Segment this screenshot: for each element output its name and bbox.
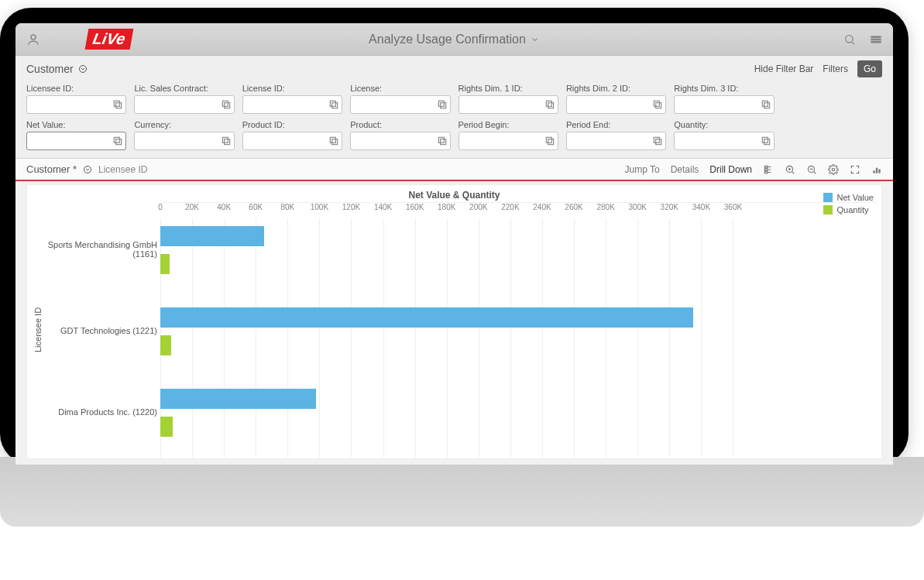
value-help-icon[interactable]: [328, 99, 339, 110]
svg-point-0: [31, 35, 36, 39]
filter-input[interactable]: [350, 132, 450, 150]
details-link[interactable]: Details: [671, 164, 699, 175]
svg-rect-50: [873, 170, 874, 173]
svg-rect-8: [116, 103, 122, 108]
filter-input[interactable]: [459, 95, 558, 114]
filter-input[interactable]: [459, 132, 558, 150]
gridline: [351, 218, 352, 458]
value-help-icon[interactable]: [112, 136, 123, 146]
value-help-icon[interactable]: [652, 136, 663, 146]
zoom-out-icon[interactable]: [806, 164, 817, 175]
filter-field: License ID:: [242, 84, 342, 114]
filter-field: Licensee ID:: [26, 84, 126, 114]
value-help-icon[interactable]: [221, 136, 232, 146]
svg-point-35: [84, 166, 91, 173]
tree-icon[interactable]: [763, 164, 774, 175]
filter-label: Rights Dim. 3 ID:: [674, 84, 774, 93]
svg-rect-25: [330, 137, 335, 142]
filter-field: License:: [350, 84, 450, 114]
filters-link[interactable]: Filters: [823, 63, 848, 74]
x-tick-label: 260K: [565, 203, 582, 211]
value-help-icon[interactable]: [437, 99, 448, 110]
filter-label: Rights Dim. 2 ID:: [566, 84, 666, 93]
x-tick-label: 200K: [469, 203, 487, 211]
svg-rect-21: [115, 137, 120, 142]
x-tick-label: 220K: [501, 203, 519, 211]
svg-point-6: [79, 66, 86, 73]
x-tick-label: 340K: [692, 203, 710, 211]
chart-type-icon[interactable]: [871, 164, 882, 175]
filter-input[interactable]: [242, 95, 342, 114]
gridline: [479, 218, 479, 458]
search-icon[interactable]: [843, 33, 856, 46]
monitor-frame: LiVe Analyze Usage Confirmation Customer…: [0, 8, 909, 465]
filter-field: Currency:: [134, 120, 234, 150]
value-help-icon[interactable]: [328, 136, 339, 146]
svg-rect-36: [764, 166, 768, 167]
page-title-dropdown[interactable]: Analyze Usage Confirmation: [369, 33, 540, 46]
hide-filter-bar-link[interactable]: Hide Filter Bar: [754, 63, 814, 74]
filter-input[interactable]: [566, 132, 666, 150]
filter-input[interactable]: [134, 95, 234, 114]
filter-heading: Customer: [26, 63, 74, 75]
x-tick-label: 180K: [438, 203, 455, 211]
filter-heading-dropdown[interactable]: Customer: [26, 63, 88, 75]
dimension-sub: Licensee ID: [98, 164, 147, 175]
filter-input[interactable]: [242, 132, 342, 150]
svg-rect-11: [330, 101, 335, 106]
filter-field: Rights Dim. 2 ID:: [566, 84, 666, 114]
drill-down-link[interactable]: Drill Down: [709, 164, 752, 175]
y-category-labels: Sports Merchandising GmbH (1161)GDT Tech…: [44, 202, 160, 458]
svg-rect-38: [764, 171, 768, 173]
bar[interactable]: [160, 389, 316, 409]
value-help-icon[interactable]: [761, 136, 771, 146]
dimension-selected[interactable]: Customer *: [26, 163, 77, 175]
filter-input[interactable]: [26, 132, 126, 150]
y-category-label: Sports Merchandising GmbH (1161): [41, 240, 157, 259]
bar[interactable]: [160, 335, 171, 355]
filter-input[interactable]: [350, 95, 450, 114]
menu-icon[interactable]: [870, 33, 882, 46]
filter-label: Product ID:: [242, 120, 342, 129]
bar[interactable]: [160, 417, 173, 437]
gridline: [383, 218, 384, 458]
filter-input[interactable]: [674, 132, 774, 150]
value-help-icon[interactable]: [652, 99, 663, 110]
go-button[interactable]: Go: [857, 60, 882, 77]
topbar: LiVe Analyze Usage Confirmation: [15, 23, 893, 56]
gridline: [637, 218, 638, 458]
value-help-icon[interactable]: [544, 99, 555, 110]
svg-rect-24: [224, 139, 229, 145]
filter-input[interactable]: [566, 95, 666, 114]
filter-label: Quantity:: [674, 120, 774, 129]
zoom-in-icon[interactable]: [785, 164, 795, 175]
filter-label: Period End:: [566, 120, 666, 129]
value-help-icon[interactable]: [437, 136, 448, 146]
filter-field: Net Value:: [26, 120, 126, 150]
filter-input[interactable]: [26, 95, 126, 114]
value-help-icon[interactable]: [221, 99, 232, 110]
x-tick-label: 240K: [533, 203, 551, 211]
user-icon[interactable]: [26, 33, 40, 46]
filter-field: Rights Dim. 1 ID:: [459, 84, 558, 114]
svg-rect-52: [878, 169, 880, 173]
bar[interactable]: [160, 254, 170, 274]
jump-to-link[interactable]: Jump To: [624, 164, 659, 175]
filter-label: License ID:: [242, 84, 342, 93]
bar[interactable]: [160, 226, 264, 246]
svg-rect-12: [332, 103, 338, 108]
filter-input[interactable]: [134, 132, 234, 150]
chevron-down-icon[interactable]: [83, 165, 92, 174]
gridline: [542, 218, 543, 458]
logo: LiVe: [85, 29, 133, 50]
gridline: [319, 218, 320, 458]
value-help-icon[interactable]: [544, 136, 555, 146]
bar[interactable]: [160, 307, 693, 328]
value-help-icon[interactable]: [112, 99, 123, 110]
filter-field: Period Begin:: [459, 120, 558, 150]
fullscreen-icon[interactable]: [850, 164, 860, 175]
filter-input[interactable]: [674, 95, 774, 114]
value-help-icon[interactable]: [761, 99, 771, 110]
svg-rect-13: [438, 101, 444, 106]
gear-icon[interactable]: [828, 164, 839, 175]
